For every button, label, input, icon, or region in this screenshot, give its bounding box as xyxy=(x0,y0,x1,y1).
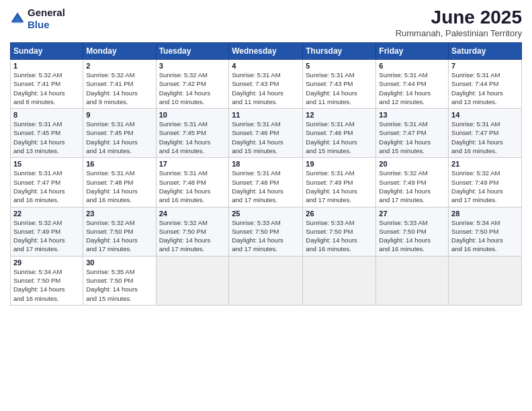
week-row-1: 1Sunrise: 5:32 AM Sunset: 7:41 PM Daylig… xyxy=(11,60,522,109)
day-number: 4 xyxy=(232,62,300,70)
day-number: 5 xyxy=(306,62,373,70)
day-info: Sunrise: 5:31 AM Sunset: 7:47 PM Dayligh… xyxy=(13,169,80,204)
day-number: 1 xyxy=(13,62,80,70)
day-number: 12 xyxy=(306,111,373,119)
day-number: 11 xyxy=(232,111,300,119)
day-cell: 2Sunrise: 5:32 AM Sunset: 7:41 PM Daylig… xyxy=(83,60,156,109)
day-cell: 15Sunrise: 5:31 AM Sunset: 7:47 PM Dayli… xyxy=(11,158,83,207)
header: General Blue June 2025 Rummanah, Palesti… xyxy=(10,7,522,38)
day-number: 26 xyxy=(306,210,373,218)
week-row-5: 29Sunrise: 5:34 AM Sunset: 7:50 PM Dayli… xyxy=(11,256,522,305)
day-cell: 13Sunrise: 5:31 AM Sunset: 7:47 PM Dayli… xyxy=(376,109,449,158)
day-number: 3 xyxy=(159,62,226,70)
day-cell: 25Sunrise: 5:33 AM Sunset: 7:50 PM Dayli… xyxy=(229,207,303,256)
day-cell: 5Sunrise: 5:31 AM Sunset: 7:43 PM Daylig… xyxy=(303,60,376,109)
day-number: 24 xyxy=(159,210,226,218)
day-info: Sunrise: 5:33 AM Sunset: 7:50 PM Dayligh… xyxy=(232,218,300,254)
day-cell: 21Sunrise: 5:32 AM Sunset: 7:49 PM Dayli… xyxy=(449,158,522,207)
day-info: Sunrise: 5:32 AM Sunset: 7:41 PM Dayligh… xyxy=(86,71,152,106)
day-number: 9 xyxy=(86,111,152,119)
day-cell: 22Sunrise: 5:32 AM Sunset: 7:49 PM Dayli… xyxy=(11,207,83,256)
day-number: 25 xyxy=(232,210,300,218)
subtitle: Rummanah, Palestinian Territory xyxy=(396,28,522,38)
day-number: 7 xyxy=(451,62,519,70)
day-number: 30 xyxy=(86,259,152,267)
title-area: June 2025 Rummanah, Palestinian Territor… xyxy=(396,7,522,38)
day-info: Sunrise: 5:34 AM Sunset: 7:50 PM Dayligh… xyxy=(451,218,519,254)
day-info: Sunrise: 5:31 AM Sunset: 7:45 PM Dayligh… xyxy=(86,120,152,155)
day-cell: 9Sunrise: 5:31 AM Sunset: 7:45 PM Daylig… xyxy=(83,109,156,158)
day-cell: 16Sunrise: 5:31 AM Sunset: 7:48 PM Dayli… xyxy=(83,158,156,207)
day-info: Sunrise: 5:31 AM Sunset: 7:44 PM Dayligh… xyxy=(379,71,445,106)
col-monday: Monday xyxy=(83,43,156,60)
day-info: Sunrise: 5:31 AM Sunset: 7:47 PM Dayligh… xyxy=(451,120,519,155)
logo-icon xyxy=(10,11,25,26)
col-sunday: Sunday xyxy=(11,43,83,60)
day-info: Sunrise: 5:31 AM Sunset: 7:48 PM Dayligh… xyxy=(86,169,152,204)
day-info: Sunrise: 5:31 AM Sunset: 7:43 PM Dayligh… xyxy=(306,71,373,106)
day-number: 29 xyxy=(13,259,80,267)
day-cell: 10Sunrise: 5:31 AM Sunset: 7:45 PM Dayli… xyxy=(156,109,229,158)
calendar-table: Sunday Monday Tuesday Wednesday Thursday… xyxy=(10,42,522,306)
day-cell: 14Sunrise: 5:31 AM Sunset: 7:47 PM Dayli… xyxy=(449,109,522,158)
day-info: Sunrise: 5:31 AM Sunset: 7:44 PM Dayligh… xyxy=(451,71,519,106)
day-info: Sunrise: 5:32 AM Sunset: 7:49 PM Dayligh… xyxy=(13,218,80,254)
day-number: 14 xyxy=(451,111,519,119)
day-number: 22 xyxy=(13,210,80,218)
day-number: 18 xyxy=(232,160,300,168)
day-info: Sunrise: 5:32 AM Sunset: 7:42 PM Dayligh… xyxy=(159,71,226,106)
week-row-2: 8Sunrise: 5:31 AM Sunset: 7:45 PM Daylig… xyxy=(11,109,522,158)
day-info: Sunrise: 5:31 AM Sunset: 7:43 PM Dayligh… xyxy=(232,71,300,106)
logo-text-blue: Blue xyxy=(28,19,50,30)
day-number: 13 xyxy=(379,111,445,119)
day-number: 2 xyxy=(86,62,152,70)
page: General Blue June 2025 Rummanah, Palesti… xyxy=(0,0,532,411)
day-cell xyxy=(449,256,522,305)
day-number: 20 xyxy=(379,160,445,168)
day-number: 23 xyxy=(86,210,152,218)
day-info: Sunrise: 5:31 AM Sunset: 7:47 PM Dayligh… xyxy=(379,120,445,155)
day-cell: 1Sunrise: 5:32 AM Sunset: 7:41 PM Daylig… xyxy=(11,60,83,109)
day-info: Sunrise: 5:31 AM Sunset: 7:48 PM Dayligh… xyxy=(159,169,226,204)
day-cell: 11Sunrise: 5:31 AM Sunset: 7:46 PM Dayli… xyxy=(229,109,303,158)
day-cell: 19Sunrise: 5:31 AM Sunset: 7:49 PM Dayli… xyxy=(303,158,376,207)
col-wednesday: Wednesday xyxy=(229,43,303,60)
day-number: 6 xyxy=(379,62,445,70)
day-cell: 8Sunrise: 5:31 AM Sunset: 7:45 PM Daylig… xyxy=(11,109,83,158)
day-info: Sunrise: 5:35 AM Sunset: 7:50 PM Dayligh… xyxy=(86,267,152,303)
day-cell: 6Sunrise: 5:31 AM Sunset: 7:44 PM Daylig… xyxy=(376,60,449,109)
day-info: Sunrise: 5:32 AM Sunset: 7:50 PM Dayligh… xyxy=(159,218,226,254)
col-friday: Friday xyxy=(376,43,449,60)
day-info: Sunrise: 5:31 AM Sunset: 7:49 PM Dayligh… xyxy=(306,169,373,204)
col-saturday: Saturday xyxy=(449,43,522,60)
day-info: Sunrise: 5:31 AM Sunset: 7:46 PM Dayligh… xyxy=(232,120,300,155)
day-number: 10 xyxy=(159,111,226,119)
day-number: 19 xyxy=(306,160,373,168)
day-cell: 29Sunrise: 5:34 AM Sunset: 7:50 PM Dayli… xyxy=(11,256,83,305)
day-number: 17 xyxy=(159,160,226,168)
day-cell: 24Sunrise: 5:32 AM Sunset: 7:50 PM Dayli… xyxy=(156,207,229,256)
day-number: 28 xyxy=(451,210,519,218)
day-cell xyxy=(303,256,376,305)
main-title: June 2025 xyxy=(396,7,522,28)
day-info: Sunrise: 5:34 AM Sunset: 7:50 PM Dayligh… xyxy=(13,267,80,303)
day-info: Sunrise: 5:31 AM Sunset: 7:46 PM Dayligh… xyxy=(306,120,373,155)
day-cell: 26Sunrise: 5:33 AM Sunset: 7:50 PM Dayli… xyxy=(303,207,376,256)
day-cell: 4Sunrise: 5:31 AM Sunset: 7:43 PM Daylig… xyxy=(229,60,303,109)
day-number: 21 xyxy=(451,160,519,168)
day-number: 15 xyxy=(13,160,80,168)
week-row-4: 22Sunrise: 5:32 AM Sunset: 7:49 PM Dayli… xyxy=(11,207,522,256)
day-cell xyxy=(376,256,449,305)
day-info: Sunrise: 5:32 AM Sunset: 7:49 PM Dayligh… xyxy=(379,169,445,204)
header-row: Sunday Monday Tuesday Wednesday Thursday… xyxy=(11,43,522,60)
day-cell: 20Sunrise: 5:32 AM Sunset: 7:49 PM Dayli… xyxy=(376,158,449,207)
day-cell: 27Sunrise: 5:33 AM Sunset: 7:50 PM Dayli… xyxy=(376,207,449,256)
day-number: 27 xyxy=(379,210,445,218)
day-info: Sunrise: 5:32 AM Sunset: 7:50 PM Dayligh… xyxy=(86,218,152,254)
day-number: 16 xyxy=(86,160,152,168)
day-info: Sunrise: 5:32 AM Sunset: 7:49 PM Dayligh… xyxy=(451,169,519,204)
day-info: Sunrise: 5:33 AM Sunset: 7:50 PM Dayligh… xyxy=(306,218,373,254)
day-cell: 3Sunrise: 5:32 AM Sunset: 7:42 PM Daylig… xyxy=(156,60,229,109)
day-cell: 28Sunrise: 5:34 AM Sunset: 7:50 PM Dayli… xyxy=(449,207,522,256)
day-cell: 7Sunrise: 5:31 AM Sunset: 7:44 PM Daylig… xyxy=(449,60,522,109)
